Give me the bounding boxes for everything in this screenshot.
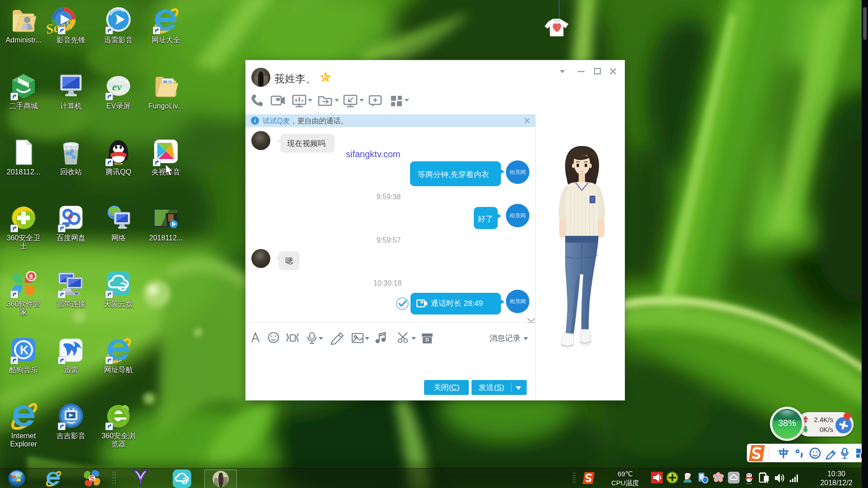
svg-text:8: 8 xyxy=(29,272,33,280)
svg-text:ev: ev xyxy=(112,81,122,93)
svg-text:K: K xyxy=(20,343,29,357)
